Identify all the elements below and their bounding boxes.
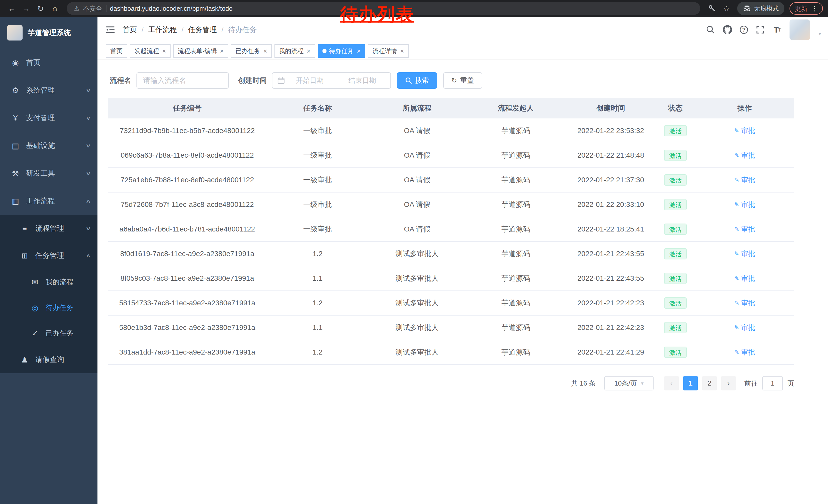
process-cell: OA 请假 xyxy=(368,168,466,192)
tab-close-icon[interactable]: × xyxy=(307,48,310,54)
approve-link-label: 审批 xyxy=(741,151,755,160)
task-id-cell: 58154733-7ac8-11ec-a9e2-a2380e71991a xyxy=(108,291,267,315)
approve-link[interactable]: ✎审批 xyxy=(734,274,755,283)
sidebar-item-devtools[interactable]: ⚒ 研发工具 ∨ xyxy=(0,159,97,187)
avatar[interactable] xyxy=(790,19,810,40)
approve-link[interactable]: ✎审批 xyxy=(734,126,755,135)
approve-link[interactable]: ✎审批 xyxy=(734,175,755,185)
chevron-down-icon: ∨ xyxy=(86,225,91,231)
status-cell: 激活 xyxy=(656,340,695,365)
prev-page-button[interactable]: ‹ xyxy=(664,376,679,391)
approve-link[interactable]: ✎审批 xyxy=(734,323,755,332)
approve-link[interactable]: ✎审批 xyxy=(734,299,755,308)
column-header-created: 创建时间 xyxy=(566,98,656,119)
column-header-process: 所属流程 xyxy=(368,98,466,119)
action-cell: ✎审批 xyxy=(695,192,794,217)
incognito-label: 无痕模式 xyxy=(754,4,779,12)
column-header-task-id: 任务编号 xyxy=(108,98,267,119)
sidebar-item-process-management[interactable]: ≡ 流程管理 ∨ xyxy=(0,215,97,242)
sidebar-item-task-management[interactable]: ⊞ 任务管理 ∧ xyxy=(0,242,97,269)
sidebar-toggle-icon[interactable] xyxy=(106,26,115,34)
sidebar-item-payment[interactable]: ¥ 支付管理 ∨ xyxy=(0,104,97,132)
tab-close-icon[interactable]: × xyxy=(400,48,404,54)
date-range-picker[interactable]: 开始日期 - 结束日期 xyxy=(272,72,391,89)
approve-link[interactable]: ✎审批 xyxy=(734,151,755,160)
tab-close-icon[interactable]: × xyxy=(162,48,166,54)
task-name-cell: 1.1 xyxy=(267,315,368,340)
reload-icon[interactable]: ↻ xyxy=(34,2,47,15)
status-cell: 激活 xyxy=(656,143,695,168)
sidebar-item-label: 研发工具 xyxy=(26,169,55,178)
next-page-button[interactable]: › xyxy=(721,376,736,391)
tab-close-icon[interactable]: × xyxy=(263,48,267,54)
font-size-icon[interactable]: TT xyxy=(773,25,782,35)
chevron-up-icon: ∧ xyxy=(86,198,91,204)
task-id-cell: a6aba0a4-7b6d-11ec-b781-acde48001122 xyxy=(108,217,267,241)
goto-page-input[interactable] xyxy=(762,376,783,391)
update-label: 更新 xyxy=(795,4,808,13)
approve-link[interactable]: ✎审批 xyxy=(734,225,755,234)
breadcrumb-item-task-management[interactable]: 任务管理 xyxy=(188,25,217,35)
tab-form-edit[interactable]: 流程表单-编辑 × xyxy=(173,44,228,58)
bookmark-star-icon[interactable]: ☆ xyxy=(720,2,733,15)
avatar-caret-icon[interactable]: ▼ xyxy=(818,32,822,36)
search-icon[interactable] xyxy=(706,25,715,35)
reset-button[interactable]: ↻ 重置 xyxy=(443,72,482,89)
breadcrumb-item-workflow[interactable]: 工作流程 xyxy=(148,25,177,35)
update-button[interactable]: 更新 ⋮ xyxy=(790,2,823,15)
approve-link[interactable]: ✎审批 xyxy=(734,200,755,209)
process-cell: 测试多审批人 xyxy=(368,315,466,340)
tab-close-icon[interactable]: × xyxy=(357,48,361,54)
tab-process-detail[interactable]: 流程详情 × xyxy=(368,44,409,58)
breadcrumb: 首页 / 工作流程 / 任务管理 / 待办任务 xyxy=(123,25,257,35)
home-icon[interactable]: ⌂ xyxy=(48,2,61,15)
github-icon[interactable] xyxy=(723,25,732,35)
key-icon[interactable] xyxy=(705,2,719,15)
tab-home[interactable]: 首页 xyxy=(106,44,127,58)
page-button-1[interactable]: 1 xyxy=(683,376,698,391)
start-date-placeholder: 开始日期 xyxy=(287,76,333,85)
tab-todo-tasks[interactable]: 待办任务 × xyxy=(318,44,365,58)
tab-done-tasks[interactable]: 已办任务 × xyxy=(231,44,272,58)
tab-start-process[interactable]: 发起流程 × xyxy=(130,44,171,58)
status-badge: 激活 xyxy=(664,322,687,333)
sidebar-item-done-tasks[interactable]: ✓ 已办任务 xyxy=(0,320,97,346)
tab-my-process[interactable]: 我的流程 × xyxy=(275,44,315,58)
breadcrumb-item-home[interactable]: 首页 xyxy=(123,25,137,35)
back-icon[interactable]: ← xyxy=(5,2,18,15)
table-row: 75d72608-7b7f-11ec-a3c8-acde48001122 一级审… xyxy=(108,192,794,217)
sidebar-item-label: 待办任务 xyxy=(46,303,73,312)
search-button[interactable]: 搜索 xyxy=(397,72,437,89)
sidebar-item-leave-query[interactable]: ♟ 请假查询 xyxy=(0,346,97,373)
page-size-select[interactable]: 10条/页 ▾ xyxy=(604,376,654,391)
process-name-input[interactable] xyxy=(136,72,229,89)
help-icon[interactable]: ? xyxy=(740,26,748,34)
sidebar-item-workflow[interactable]: ▥ 工作流程 ∧ xyxy=(0,187,97,215)
approve-link[interactable]: ✎审批 xyxy=(734,249,755,259)
status-cell: 激活 xyxy=(656,291,695,315)
sidebar-item-home[interactable]: ◉ 首页 xyxy=(0,49,97,77)
sidebar-item-my-process[interactable]: ✉ 我的流程 xyxy=(0,269,97,295)
fullscreen-icon[interactable] xyxy=(756,25,765,35)
approve-link-label: 审批 xyxy=(741,348,755,357)
tab-label: 已办任务 xyxy=(236,47,260,55)
tab-label: 发起流程 xyxy=(134,47,159,55)
sidebar-item-infrastructure[interactable]: ▤ 基础设施 ∨ xyxy=(0,132,97,159)
sidebar-item-label: 支付管理 xyxy=(26,113,55,123)
browser-menu-icon[interactable]: ⋮ xyxy=(811,5,818,12)
task-table: 任务编号 任务名称 所属流程 流程发起人 创建时间 状态 操作 73211d9d… xyxy=(108,98,794,365)
sidebar-item-label: 系统管理 xyxy=(26,85,55,95)
edit-icon: ✎ xyxy=(734,250,739,258)
search-button-label: 搜索 xyxy=(415,76,429,85)
status-cell: 激活 xyxy=(656,119,695,143)
sidebar-item-todo-tasks[interactable]: ◎ 待办任务 xyxy=(0,295,97,320)
tab-close-icon[interactable]: × xyxy=(220,48,224,54)
task-id-cell: 8f059c03-7ac8-11ec-a9e2-a2380e71991a xyxy=(108,266,267,291)
page-button-2[interactable]: 2 xyxy=(702,376,717,391)
approve-link[interactable]: ✎审批 xyxy=(734,348,755,357)
chevron-down-icon: ∨ xyxy=(86,115,91,121)
status-cell: 激活 xyxy=(656,315,695,340)
forward-icon[interactable]: → xyxy=(19,2,33,15)
app-logo-block: 芋道管理系统 xyxy=(0,17,97,49)
sidebar-item-system[interactable]: ⚙ 系统管理 ∨ xyxy=(0,77,97,104)
